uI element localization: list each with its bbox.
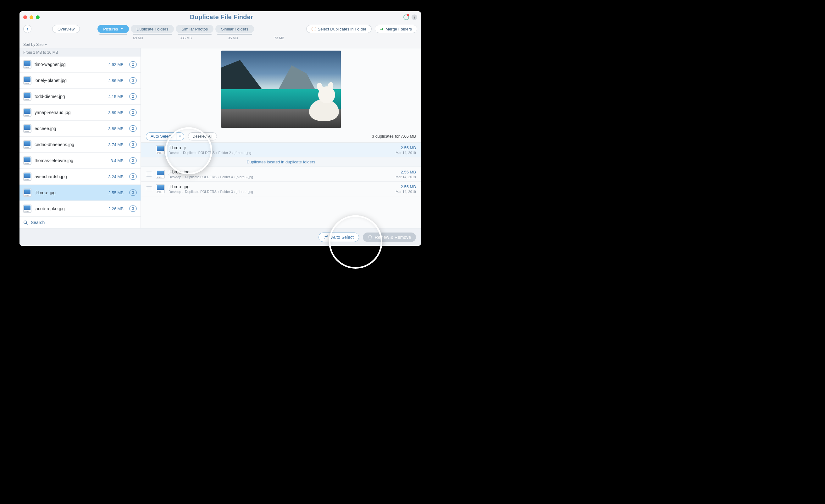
duplicate-size: 2.55 MB [395, 170, 416, 174]
duplicate-path: Deskto›Duplicate FOLDERS›Folder 2›jf-bro… [168, 151, 392, 155]
activity-icon[interactable] [403, 14, 409, 20]
tab-similar-photos[interactable]: Similar Photos [176, 25, 214, 33]
jpeg-thumb-icon: JPEG [23, 60, 31, 69]
file-name: todd-diemer.jpg [34, 94, 105, 99]
file-name: edceee.jpg [34, 126, 105, 131]
duplicate-count-badge: 3 [129, 142, 137, 148]
duplicate-date: Mar 14, 2019 [395, 151, 416, 155]
jpeg-thumb-icon: JPEG [23, 188, 31, 197]
duplicate-date: Mar 14, 2019 [395, 190, 416, 193]
auto-select-split-button: Auto Select ▼ [146, 132, 184, 141]
merge-icon: ➜ [380, 27, 384, 31]
file-name: jf-brou-.jpg [34, 190, 105, 195]
duplicate-count-badge: 2 [129, 125, 137, 132]
maximize-icon[interactable] [36, 15, 40, 19]
file-size: 3.4 MB [111, 158, 124, 163]
file-row[interactable]: JPEG cedric-dhaenens.jpg 3.74 MB 3 [19, 137, 141, 153]
app-window: Duplicate File Finder i Overview Picture… [19, 11, 421, 246]
duplicate-list: JPEG jf-brou-.jr Deskto›Duplicate FOLDER… [141, 143, 421, 228]
window-controls [23, 15, 40, 19]
file-size: 4.86 MB [108, 78, 124, 83]
detail-pane: Auto Select ▼ Deselect All 3 duplicates … [141, 49, 421, 228]
info-icon[interactable]: i [411, 14, 417, 20]
tab-label: Similar Folders [221, 27, 248, 31]
review-remove-button[interactable]: Review & Remove [363, 233, 416, 242]
tab-sizes: 69 MB 336 MB 35 MB 73 MB [19, 35, 421, 41]
file-size: 3.88 MB [108, 126, 124, 131]
jpeg-thumb-icon: JPEG [23, 204, 31, 213]
file-row[interactable]: JPEG edceee.jpg 3.88 MB 2 [19, 121, 141, 137]
duplicate-row[interactable]: JPEG jf-brou-.jr Deskto›Duplicate FOLDER… [141, 143, 421, 157]
sidebar: From 1 MB to 10 MB JPEG timo-wagner.jpg … [19, 49, 141, 228]
file-row[interactable]: JPEG lonely-planet.jpg 4.86 MB 3 [19, 73, 141, 89]
minimize-icon[interactable] [29, 15, 33, 19]
duplicate-count-badge: 3 [129, 205, 137, 212]
duplicate-row[interactable]: JPEG jf-brou-.jpg Desktop›Duplicate FOLD… [141, 182, 421, 196]
chevron-down-icon: ▼ [45, 43, 48, 46]
folder-icon [146, 186, 152, 191]
jpeg-thumb-icon: JPEG [156, 146, 165, 154]
file-row[interactable]: JPEG timo-wagner.jpg 4.92 MB 2 [19, 57, 141, 73]
duplicate-name: jf-brou-.jpg [168, 184, 392, 189]
duplicate-count-badge: 3 [129, 77, 137, 84]
trash-icon [368, 235, 372, 239]
file-row[interactable]: JPEG jacob-repko.jpg 2.26 MB 3 [19, 201, 141, 216]
close-icon[interactable] [23, 15, 27, 19]
duplicate-name: jf-brou-.jpg [168, 169, 392, 174]
jpeg-thumb-icon: JPEG [23, 92, 31, 100]
jpeg-thumb-icon: JPEG [23, 172, 31, 181]
duplicate-name: jf-brou-.jr [168, 145, 392, 150]
file-row[interactable]: JPEG yanapi-senaud.jpg 3.89 MB 2 [19, 105, 141, 121]
duplicate-size: 2.55 MB [395, 184, 416, 189]
category-tabs: Pictures ▼ Duplicate Folders Similar Pho… [97, 25, 254, 33]
file-size: 4.15 MB [108, 94, 124, 99]
detail-controls: Auto Select ▼ Deselect All 3 duplicates … [141, 130, 421, 143]
deselect-all-button[interactable]: Deselect All [188, 132, 217, 141]
duplicate-path: Desktop›Duplicate FOLDERS›Folder 4›jf-br… [168, 175, 392, 179]
file-name: thomas-lefebvre.jpg [34, 158, 107, 163]
file-size: 3.89 MB [108, 110, 124, 115]
file-name: jacob-repko.jpg [34, 206, 105, 211]
duplicate-count-badge: 2 [129, 93, 137, 100]
file-name: avi-richardsh.jpg [34, 174, 105, 179]
folder-icon [146, 172, 152, 177]
jpeg-thumb-icon: JPEG [156, 170, 165, 178]
auto-select-button[interactable]: Auto Select [146, 132, 176, 141]
file-row[interactable]: JPEG avi-richardsh.jpg 3.24 MB 3 [19, 169, 141, 185]
footer: Auto Select Review & Remove [19, 228, 421, 246]
toolbar: Overview Pictures ▼ Duplicate Folders Si… [19, 23, 421, 35]
search-icon [23, 220, 28, 225]
duplicate-count-badge: 3 [129, 189, 137, 196]
sort-control[interactable]: Sort by Size▼ [19, 41, 421, 48]
tab-label: Duplicate Folders [137, 27, 168, 31]
duplicate-count-badge: 2 [129, 157, 137, 164]
file-size: 3.24 MB [108, 174, 124, 179]
tab-similar-folders[interactable]: Similar Folders [215, 25, 254, 33]
file-size: 2.26 MB [108, 206, 124, 211]
file-name: lonely-planet.jpg [34, 78, 105, 83]
file-row[interactable]: JPEG jf-brou-.jpg 2.55 MB 3 [19, 185, 141, 201]
jpeg-thumb-icon: JPEG [23, 76, 31, 85]
jpeg-thumb-icon: JPEG [23, 157, 31, 165]
svg-point-3 [324, 238, 325, 239]
overview-button[interactable]: Overview [52, 25, 80, 33]
footer-auto-select-button[interactable]: Auto Select [318, 233, 359, 242]
duplicate-size: 2.55 MB [395, 146, 416, 150]
file-name: timo-wagner.jpg [34, 62, 105, 67]
search-input[interactable]: Search [19, 216, 141, 228]
chevron-down-icon: ▼ [178, 135, 181, 138]
merge-folders-button[interactable]: ➜ Merge Folders [375, 25, 417, 33]
file-size: 4.92 MB [108, 62, 124, 67]
auto-select-menu-button[interactable]: ▼ [176, 132, 184, 141]
file-size: 2.55 MB [108, 190, 124, 195]
jpeg-thumb-icon: JPEG [23, 124, 31, 133]
file-row[interactable]: JPEG todd-diemer.jpg 4.15 MB 2 [19, 89, 141, 105]
svg-point-2 [327, 235, 328, 236]
select-duplicates-in-folder-button[interactable]: Select Duplicates in Folder [306, 25, 372, 33]
jpeg-thumb-icon: JPEG [23, 108, 31, 116]
file-row[interactable]: JPEG thomas-lefebvre.jpg 3.4 MB 2 [19, 153, 141, 169]
tab-duplicate-folders[interactable]: Duplicate Folders [131, 25, 174, 33]
duplicate-row[interactable]: JPEG jf-brou-.jpg Desktop›Duplicate FOLD… [141, 167, 421, 182]
back-button[interactable] [23, 25, 31, 33]
tab-pictures[interactable]: Pictures ▼ [97, 25, 129, 33]
